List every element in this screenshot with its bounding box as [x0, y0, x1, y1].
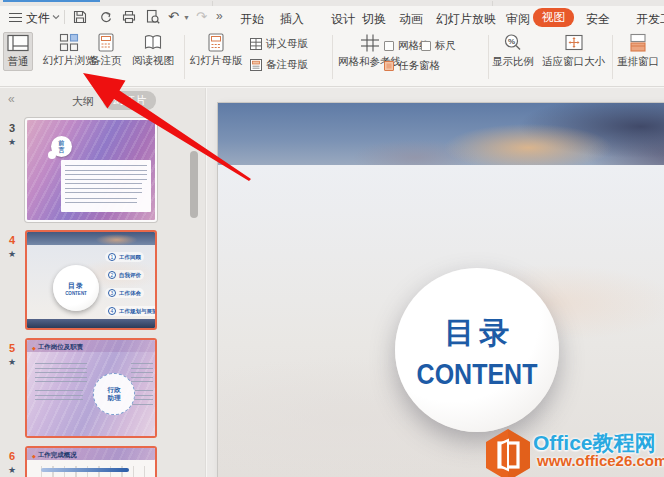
active-document-tab-accent [3, 0, 100, 2]
tab-transition[interactable]: 切换 [362, 11, 386, 28]
print-icon[interactable] [121, 9, 137, 25]
slide-6-title-text: 工作完成概况 [38, 451, 77, 460]
toc-item-number: 4 [108, 307, 116, 315]
outline-tab[interactable]: 大纲 [72, 94, 94, 109]
diamond-bullet-icon: ◆ [32, 345, 36, 351]
office26-url-text: www.office26.com [537, 452, 664, 469]
slide-4-thumbnail[interactable]: 目录 CONTENT 1 工作回顾 2 自我评价 3 工作体会 4 工作规划 [25, 230, 157, 330]
panel-scrollbar[interactable] [190, 151, 198, 218]
menu-bar: 文件 ↶ ▼ ↷ » 开始 插入 设计 切换 动画 幻灯片放映 审阅 视图 [0, 6, 664, 28]
quick-access-more-icon[interactable]: » [216, 9, 221, 23]
print-preview-icon[interactable] [145, 9, 161, 25]
task-pane-checkbox-row[interactable]: 任务窗格 [384, 59, 440, 73]
office26-logo-icon [482, 427, 534, 477]
collapse-panel-icon[interactable]: « [8, 92, 15, 106]
slide-master-icon [207, 33, 225, 52]
normal-view-icon [6, 34, 30, 53]
tab-view[interactable]: 视图 [533, 8, 574, 27]
hamburger-menu-icon[interactable] [9, 13, 22, 22]
tab-home[interactable]: 开始 [240, 11, 264, 28]
fit-window-button[interactable]: 适应窗口大小 [542, 33, 605, 69]
slide-3-badge: 前 言 [51, 136, 72, 157]
slide-number: 5 [3, 342, 21, 354]
task-pane-checkbox[interactable] [384, 61, 394, 71]
animation-star-icon: ★ [3, 137, 21, 147]
slide-4-sky-strip [27, 232, 155, 245]
slide-3-textbox [61, 160, 151, 212]
save-icon[interactable] [72, 9, 88, 25]
gridlines-checkbox[interactable] [384, 41, 394, 51]
slide-5-title: ◆ 工作岗位及职责 [32, 343, 83, 352]
animation-star-icon: ★ [3, 357, 21, 367]
toc-circle[interactable]: 目录 CONTENT [395, 268, 559, 432]
text-block [35, 363, 87, 404]
handout-master-button[interactable]: 讲义母版 [250, 37, 308, 51]
toc-item: 3 工作体会 [105, 288, 144, 298]
slide-number: 4 [3, 234, 21, 246]
slide-5-thumbnail[interactable]: ◆ 工作岗位及职责 行政 助理 [25, 338, 157, 438]
ribbon-group-divider [612, 35, 613, 79]
toc-item-label: 工作回顾 [119, 254, 141, 261]
svg-text:%: % [508, 37, 515, 46]
slide-edit-area: 目录 CONTENT Office教程网 www.office26.com [207, 88, 664, 477]
reading-view-button[interactable]: 阅读视图 [132, 33, 174, 68]
toc-item-label: 工作体会 [119, 290, 141, 297]
reading-view-icon [142, 33, 164, 52]
toc-item-label: 自我评价 [119, 272, 141, 279]
text-lines [35, 390, 83, 404]
toc-item: 1 工作回顾 [105, 252, 144, 262]
slide-3-thumbnail[interactable]: 前 言 [25, 118, 157, 222]
toc-item: 4 工作规划与展望 [105, 306, 157, 316]
toc-subtitle: CONTENT [417, 356, 538, 390]
zoom-ratio-button[interactable]: % 显示比例 [492, 33, 534, 69]
slides-tab[interactable]: 幻灯片 [103, 91, 156, 110]
slide-canvas[interactable]: 目录 CONTENT [218, 103, 664, 477]
arrange-windows-icon [628, 33, 648, 53]
file-menu-button[interactable]: 文件 [26, 10, 50, 27]
slide-number: 6 [3, 450, 21, 462]
tab-security[interactable]: 安全 [586, 11, 610, 28]
chart-bar [41, 468, 129, 472]
task-pane-label: 任务窗格 [398, 59, 440, 73]
arrange-windows-button[interactable]: 重排窗口 [617, 33, 659, 69]
arrange-windows-label: 重排窗口 [617, 55, 659, 69]
ribbon-group-divider [332, 35, 333, 79]
ruler-checkbox-row[interactable]: 标尺 [421, 39, 456, 53]
toc-title: 目录 [445, 313, 515, 354]
slide-4-meta: 4 ★ [3, 234, 21, 259]
slide-master-button[interactable]: 幻灯片母版 [190, 33, 243, 68]
export-icon[interactable] [97, 9, 113, 25]
ruler-label: 标尺 [435, 39, 456, 53]
slide-5-center-circle: 行政 助理 [93, 373, 135, 415]
slide-4-bottom-strip [27, 319, 155, 328]
toc-item-label: 工作规划与展望 [119, 308, 157, 315]
tab-review[interactable]: 审阅 [506, 11, 530, 28]
chevron-down-icon[interactable] [52, 14, 60, 20]
reading-view-label: 阅读视图 [132, 54, 174, 68]
slide-6-thumbnail[interactable]: ◆ 工作完成概况 [25, 446, 157, 477]
normal-view-label: 普通 [8, 55, 29, 69]
notes-master-icon [250, 59, 262, 71]
tab-slideshow[interactable]: 幻灯片放映 [436, 11, 496, 28]
badge-text: 前 [59, 140, 65, 147]
tab-developer[interactable]: 开发工 [636, 11, 664, 28]
toc-item-number: 2 [108, 271, 116, 279]
undo-dropdown-caret-icon[interactable]: ▼ [183, 14, 190, 21]
animation-star-icon: ★ [3, 249, 21, 259]
tab-animation[interactable]: 动画 [399, 11, 423, 28]
tab-insert[interactable]: 插入 [280, 11, 304, 28]
slide-sorter-button[interactable]: 幻灯片浏览 [43, 33, 96, 68]
undo-icon[interactable]: ↶ [168, 9, 179, 24]
text-lines [65, 183, 142, 195]
toc-item-number: 1 [108, 253, 116, 261]
text-lines [35, 363, 87, 382]
normal-view-button[interactable]: 普通 [3, 32, 33, 71]
view-ribbon: 普通 幻灯片浏览 备注页 阅读视图 [0, 28, 664, 87]
tab-design[interactable]: 设计 [331, 11, 355, 28]
animation-star-icon: ★ [3, 465, 21, 475]
notes-page-button[interactable]: 备注页 [90, 33, 122, 68]
ruler-checkbox[interactable] [421, 41, 431, 51]
wps-presentation-window: 文件 ↶ ▼ ↷ » 开始 插入 设计 切换 动画 幻灯片放映 审阅 视图 [0, 0, 664, 477]
notes-master-button[interactable]: 备注母版 [250, 58, 308, 72]
fit-window-icon [563, 33, 585, 53]
